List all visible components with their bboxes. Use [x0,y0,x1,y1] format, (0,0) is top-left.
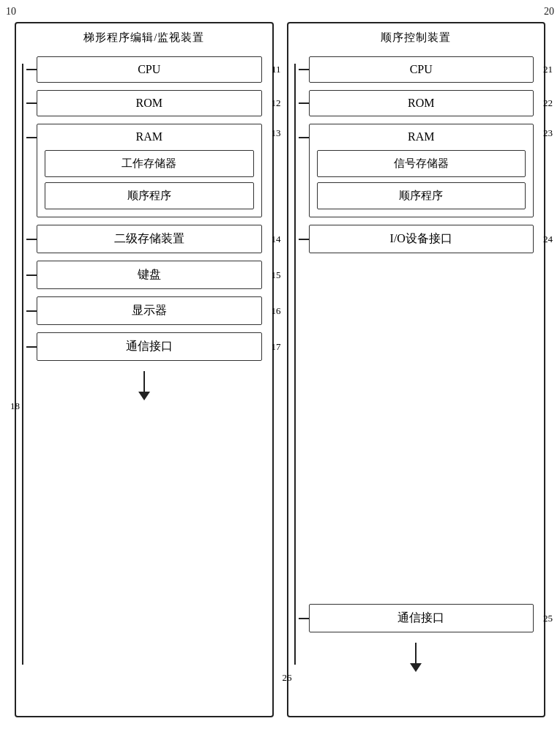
keyboard-row: 键盘 15 [26,261,262,289]
comm-right-row: 通信接口 25 [299,604,534,632]
io-label: I/O设备接口 [390,232,452,244]
left-bus-bar [22,64,23,665]
left-arrow-line [143,371,145,392]
rom-right-label: ROM [408,97,434,109]
ref-22: 22 [543,97,553,109]
rom-left-row: ROM 12 [26,90,262,116]
ram-right-row: RAM 信号存储器 顺序程序 23 [299,124,534,217]
left-device-box: 梯形程序编辑/监视装置 CPU 11 ROM 12 [15,22,274,717]
cpu-left-label: CPU [138,63,160,75]
right-arrow-line [415,643,417,663]
keyboard-label: 键盘 [138,268,161,280]
secondary-box-wrapper: 二级存储装置 14 [37,225,262,253]
signal-mem-label: 信号存储器 [394,157,449,169]
ref-12: 12 [272,97,281,109]
secondary-row: 二级存储装置 14 [26,225,262,253]
ref-20: 20 [544,6,554,18]
ram-right-label: RAM [317,130,526,143]
rom-left-box-wrapper: ROM 12 [37,90,262,116]
ram-left-label: RAM [45,130,254,143]
keyboard-box: 键盘 [37,261,262,289]
right-bus-bar [294,64,296,665]
comm-right-connector [299,618,309,619]
rom-right-row: ROM 22 [299,90,534,116]
main-container: 10 20 梯形程序编辑/监视装置 CPU 11 ROM 12 [0,0,560,732]
cpu-right-row: CPU 21 [299,56,534,83]
ref-25: 25 [543,613,553,624]
rom-left-box: ROM [37,90,262,116]
ref-21: 21 [543,64,553,75]
cpu-right-box-wrapper: CPU 21 [309,56,534,83]
spacer-right [299,261,534,597]
right-arrow-area: 26 [299,643,534,672]
right-arrow-head [410,663,422,672]
signal-mem-box: 信号存储器 [317,150,526,177]
ref-17: 17 [272,341,281,353]
display-row: 显示器 16 [26,296,262,325]
ref-13: 13 [272,127,281,139]
keyboard-box-wrapper: 键盘 15 [37,261,262,289]
comm-right-box-wrapper: 通信接口 25 [309,604,534,632]
comm-right-label: 通信接口 [397,611,444,624]
comm-right-box: 通信接口 [309,604,534,632]
comm-left-box: 通信接口 [37,332,262,361]
display-connector [26,310,37,312]
rom-left-label: ROM [136,97,163,109]
io-connector [299,239,309,240]
ram-right-box: RAM 信号存储器 顺序程序 [309,124,534,217]
cpu-left-box: CPU [37,56,262,83]
io-row: I/O设备接口 24 [299,225,534,253]
ref-14: 14 [272,234,281,245]
display-box: 显示器 [37,296,262,325]
ref-16: 16 [272,305,281,317]
io-box-wrapper: I/O设备接口 24 [309,225,534,253]
display-box-wrapper: 显示器 16 [37,296,262,325]
rom-right-connector [299,102,309,104]
left-arrow-head [138,392,150,400]
seq-prog-right-label: 顺序程序 [399,190,443,201]
comm-left-row: 通信接口 17 [26,332,262,361]
comm-left-connector [26,346,37,348]
keyboard-connector [26,274,37,276]
ram-right-connector [299,137,309,138]
ref-23: 23 [543,127,553,139]
rom-right-box-wrapper: ROM 22 [309,90,534,116]
ram-left-box: RAM 工作存储器 顺序程序 [37,124,262,217]
ram-right-box-wrapper: RAM 信号存储器 顺序程序 23 [309,124,534,217]
cpu-right-connector [299,69,309,70]
seq-prog-right-box: 顺序程序 [317,182,526,209]
work-mem-label: 工作存储器 [122,157,176,169]
ram-left-row: RAM 工作存储器 顺序程序 13 [26,124,262,217]
ref-15: 15 [272,269,281,281]
io-box: I/O设备接口 [309,225,534,253]
ref-11: 11 [272,64,281,75]
work-mem-box: 工作存储器 [45,150,254,177]
seq-prog-left-label: 顺序程序 [127,190,171,201]
left-arrow-area: 18 [26,371,262,400]
ref-24: 24 [543,234,553,245]
cpu-left-connector [26,69,37,70]
display-label: 显示器 [132,304,167,316]
comm-left-label: 通信接口 [126,340,173,352]
ref-26: 26 [283,672,292,684]
ref-10: 10 [6,6,16,18]
rom-right-box: ROM [309,90,534,116]
cpu-left-row: CPU 11 [26,56,262,83]
cpu-left-box-wrapper: CPU 11 [37,56,262,83]
right-device-title: 顺序控制装置 [299,31,534,45]
left-device-title: 梯形程序编辑/监视装置 [26,31,262,45]
secondary-box: 二级存储装置 [37,225,262,253]
secondary-label: 二级存储装置 [114,232,184,244]
cpu-right-box: CPU [309,56,534,83]
ram-left-connector [26,137,37,138]
right-device-box: 顺序控制装置 CPU 21 ROM 22 [287,22,546,717]
ref-18: 18 [10,400,20,412]
cpu-right-label: CPU [410,63,433,75]
rom-left-connector [26,102,37,104]
seq-prog-left-box: 顺序程序 [45,182,254,209]
comm-left-box-wrapper: 通信接口 17 [37,332,262,361]
ram-left-box-wrapper: RAM 工作存储器 顺序程序 13 [37,124,262,217]
secondary-connector [26,239,37,240]
